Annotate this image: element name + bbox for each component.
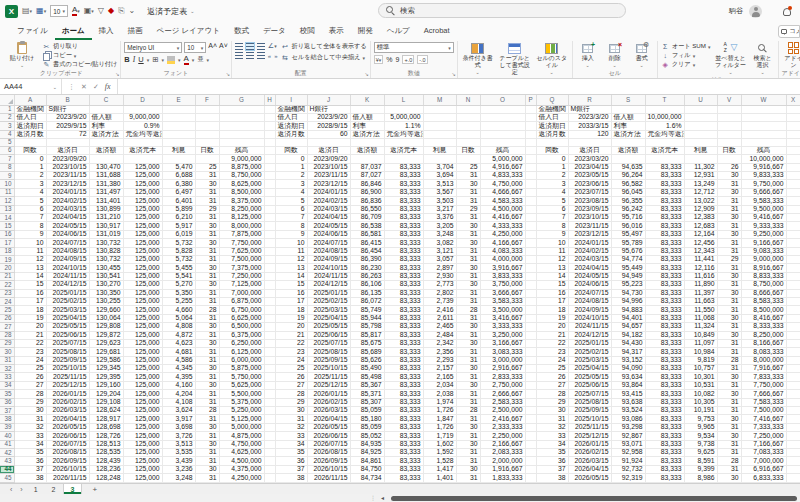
cell-N18[interactable]: 31	[456, 247, 480, 255]
cell-V30[interactable]: 31	[717, 348, 741, 356]
cell-R10[interactable]: 2023/06/15	[568, 180, 611, 188]
cell-R36[interactable]: 2025/08/15	[568, 398, 611, 406]
cell-J9[interactable]: 2023/11/15	[307, 172, 350, 180]
cell-S43[interactable]: 91,924	[611, 457, 645, 465]
cell-X15[interactable]	[786, 222, 800, 230]
merge-center-button[interactable]: ⇆ セルを結合して中央揃え▾	[281, 53, 367, 62]
cell-K8[interactable]: 87,037	[350, 163, 384, 171]
tab-acrobat[interactable]: Acrobat	[417, 23, 457, 39]
cell-K34[interactable]: 85,367	[350, 381, 384, 389]
cell-T42[interactable]: 83,333	[645, 448, 684, 456]
cell-O6[interactable]: 残高	[480, 146, 525, 154]
cell-B27[interactable]: 2025/05/15	[46, 323, 89, 331]
cell-R27[interactable]: 2024/11/15	[568, 323, 611, 331]
cell-O39[interactable]: 2,333,333	[480, 423, 525, 431]
cell-L43[interactable]: 83,333	[384, 457, 423, 465]
cell-T28[interactable]: 83,333	[645, 331, 684, 339]
cell-J44[interactable]: 2026/10/15	[307, 465, 350, 473]
cell-E11[interactable]: 6,497	[162, 188, 195, 196]
cell-O24[interactable]: 3,583,333	[480, 297, 525, 305]
cell-M35[interactable]: 2,038	[423, 390, 456, 398]
cell-O41[interactable]: 2,166,667	[480, 440, 525, 448]
cell-J23[interactable]: 2025/01/15	[307, 289, 350, 297]
cell-O38[interactable]: 2,416,667	[480, 415, 525, 423]
cell-M4[interactable]	[423, 130, 456, 138]
cell-H10[interactable]	[264, 180, 275, 188]
cell-Q20[interactable]: 13	[536, 264, 568, 272]
cell-J34[interactable]: 2025/12/15	[307, 381, 350, 389]
cell-R4[interactable]: 120	[568, 130, 611, 138]
cell-O7[interactable]: 5,000,000	[480, 155, 525, 163]
cell-S34[interactable]: 93,864	[611, 381, 645, 389]
cell-K15[interactable]: 86,538	[350, 222, 384, 230]
row-header-24[interactable]: 24	[0, 297, 14, 305]
cell-J25[interactable]: 2025/03/15	[307, 306, 350, 314]
cell-R16[interactable]: 2023/12/15	[568, 230, 611, 238]
cell-M21[interactable]: 2,930	[423, 272, 456, 280]
cell-U20[interactable]: 12,116	[684, 264, 717, 272]
cell-Q22[interactable]: 15	[536, 281, 568, 289]
cell-A29[interactable]: 22	[14, 339, 46, 347]
cell-U18[interactable]: 12,343	[684, 247, 717, 255]
cell-V16[interactable]: 30	[717, 230, 741, 238]
cell-F3[interactable]	[195, 122, 219, 130]
cell-L15[interactable]: 83,333	[384, 222, 423, 230]
cell-H21[interactable]	[264, 272, 275, 280]
cell-T14[interactable]: 83,333	[645, 214, 684, 222]
cell-V45[interactable]: 30	[717, 474, 741, 483]
cell-H28[interactable]	[264, 331, 275, 339]
cell-L34[interactable]: 83,333	[384, 381, 423, 389]
cell-B8[interactable]: 2023/10/15	[46, 163, 89, 171]
cell-I36[interactable]: 29	[275, 398, 307, 406]
cell-B5[interactable]	[46, 139, 89, 147]
cell-C30[interactable]: 129,681	[89, 348, 123, 356]
cell-Q6[interactable]: 回数	[536, 146, 568, 154]
cell-J11[interactable]: 2024/01/15	[307, 188, 350, 196]
cell-V42[interactable]: 31	[717, 448, 741, 456]
cell-K35[interactable]: 85,371	[350, 390, 384, 398]
cell-J5[interactable]	[307, 139, 350, 147]
cell-K40[interactable]: 85,052	[350, 432, 384, 440]
tab-home[interactable]: ホーム	[55, 23, 92, 40]
cell-W8[interactable]: 9,916,667	[741, 163, 786, 171]
cell-L28[interactable]: 83,333	[384, 331, 423, 339]
cell-O27[interactable]: 3,333,333	[480, 323, 525, 331]
cell-G45[interactable]: 4,250,000	[219, 474, 264, 483]
cell-R33[interactable]: 2025/05/15	[568, 373, 611, 381]
cell-R13[interactable]: 2023/09/15	[568, 205, 611, 213]
align-right-icon[interactable]	[257, 52, 265, 59]
cell-J27[interactable]: 2025/05/15	[307, 323, 350, 331]
comma-style-icon[interactable]: 9	[395, 56, 399, 63]
tab-draw[interactable]: 描画	[121, 23, 150, 40]
cell-V31[interactable]: 28	[717, 356, 741, 364]
cell-A21[interactable]: 14	[14, 272, 46, 280]
cell-I38[interactable]: 31	[275, 415, 307, 423]
cell-S24[interactable]: 94,996	[611, 297, 645, 305]
cell-G6[interactable]: 残高	[219, 146, 264, 154]
cell-B26[interactable]: 2025/04/15	[46, 314, 89, 322]
cell-C10[interactable]: 131,380	[89, 180, 123, 188]
cell-T15[interactable]: 83,333	[645, 222, 684, 230]
cell-O36[interactable]: 2,583,333	[480, 398, 525, 406]
cell-F32[interactable]: 30	[195, 365, 219, 373]
cell-N3[interactable]	[456, 122, 480, 130]
cell-M24[interactable]: 2,739	[423, 297, 456, 305]
cell-Q29[interactable]: 22	[536, 339, 568, 347]
cell-Q13[interactable]: 6	[536, 205, 568, 213]
cell-V37[interactable]: 31	[717, 407, 741, 415]
cell-J19[interactable]: 2024/09/15	[307, 256, 350, 264]
cell-P39[interactable]	[525, 423, 536, 431]
cell-A23[interactable]: 16	[14, 289, 46, 297]
cell-M43[interactable]: 1,528	[423, 457, 456, 465]
cell-R26[interactable]: 2024/10/15	[568, 314, 611, 322]
cell-J10[interactable]: 2023/12/15	[307, 180, 350, 188]
cell-I43[interactable]: 36	[275, 457, 307, 465]
cell-X36[interactable]	[786, 398, 800, 406]
cell-G41[interactable]: 4,750,000	[219, 440, 264, 448]
cell-P11[interactable]	[525, 188, 536, 196]
cell-S31[interactable]: 93,152	[611, 356, 645, 364]
cell-R2[interactable]: 2023/3/20	[568, 113, 611, 121]
cell-I27[interactable]: 20	[275, 323, 307, 331]
cell-D25[interactable]: 125,000	[123, 306, 162, 314]
cell-O18[interactable]: 4,083,333	[480, 247, 525, 255]
